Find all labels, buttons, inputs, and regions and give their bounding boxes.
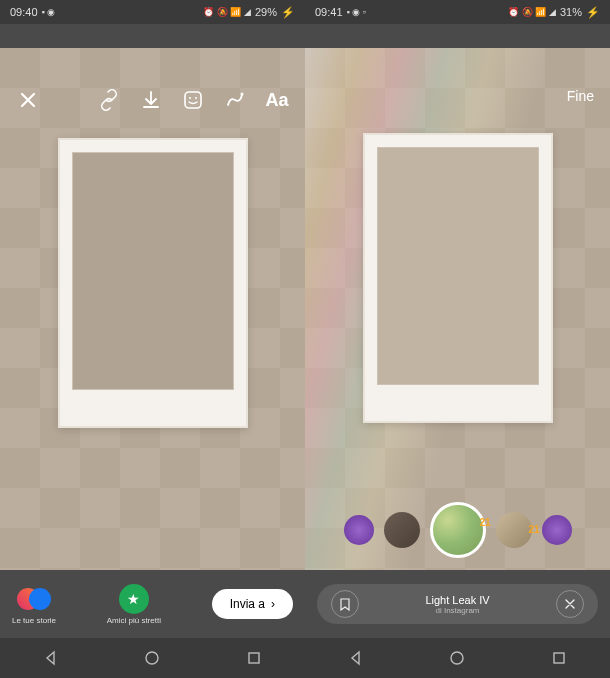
svg-rect-0 bbox=[185, 92, 201, 108]
status-time: 09:41 bbox=[315, 6, 343, 18]
nav-recent-icon[interactable] bbox=[549, 648, 569, 668]
close-filter-icon[interactable] bbox=[556, 590, 584, 618]
filter-browse-right[interactable] bbox=[542, 515, 572, 545]
svg-rect-5 bbox=[249, 653, 259, 663]
status-indicators: ⏰ 🔕 📶 ◢ bbox=[508, 7, 556, 17]
filter-thumbnail[interactable] bbox=[384, 512, 420, 548]
filter-carousel[interactable]: 21 21 bbox=[305, 502, 610, 558]
status-battery: 31% bbox=[560, 6, 582, 18]
status-app-icons: ▪ ◉ ▫ bbox=[347, 7, 366, 17]
chevron-right-icon: › bbox=[271, 597, 275, 611]
filter-thumbnail[interactable]: 21 bbox=[496, 512, 532, 548]
your-stories-label: Le tue storie bbox=[12, 616, 56, 625]
draw-icon[interactable] bbox=[223, 88, 247, 112]
charging-icon: ⚡ bbox=[281, 6, 295, 19]
polaroid-frame[interactable] bbox=[363, 133, 553, 423]
filter-info-pill: Light Leak IV di Instagram bbox=[317, 584, 598, 624]
close-icon[interactable] bbox=[16, 88, 40, 112]
download-icon[interactable] bbox=[139, 88, 163, 112]
nav-home-icon[interactable] bbox=[447, 648, 467, 668]
status-bar: 09:41 ▪ ◉ ▫ ⏰ 🔕 📶 ◢ 31% ⚡ bbox=[305, 0, 610, 24]
right-screenshot: 09:41 ▪ ◉ ▫ ⏰ 🔕 📶 ◢ 31% ⚡ Fine 21 21 bbox=[305, 0, 610, 678]
status-indicators: ⏰ 🔕 📶 ◢ bbox=[203, 7, 251, 17]
dual-story-icon bbox=[19, 584, 49, 614]
link-icon[interactable] bbox=[97, 88, 121, 112]
status-time: 09:40 bbox=[10, 6, 38, 18]
svg-rect-7 bbox=[554, 653, 564, 663]
android-nav-bar bbox=[305, 638, 610, 678]
filter-badge: 21 bbox=[528, 524, 539, 535]
sticker-icon[interactable] bbox=[181, 88, 205, 112]
polaroid-frame[interactable] bbox=[58, 138, 248, 428]
filter-selected[interactable]: 21 bbox=[430, 502, 486, 558]
story-canvas[interactable]: Aa bbox=[0, 48, 305, 570]
done-button[interactable]: Fine bbox=[567, 88, 594, 104]
text-tool[interactable]: Aa bbox=[265, 88, 289, 112]
filter-badge: 21 bbox=[479, 517, 490, 528]
filter-info-bar: Light Leak IV di Instagram bbox=[305, 570, 610, 638]
svg-point-6 bbox=[451, 652, 463, 664]
polaroid-inner bbox=[72, 152, 234, 390]
android-nav-bar bbox=[0, 638, 305, 678]
svg-point-1 bbox=[189, 97, 191, 99]
charging-icon: ⚡ bbox=[586, 6, 600, 19]
filter-name: Light Leak IV bbox=[425, 594, 489, 606]
filter-preview-canvas[interactable]: Fine 21 21 bbox=[305, 48, 610, 570]
bookmark-icon[interactable] bbox=[331, 590, 359, 618]
nav-recent-icon[interactable] bbox=[244, 648, 264, 668]
share-bar: Le tue storie ★ Amici più stretti Invia … bbox=[0, 570, 305, 638]
nav-back-icon[interactable] bbox=[41, 648, 61, 668]
send-to-button[interactable]: Invia a › bbox=[212, 589, 293, 619]
svg-point-3 bbox=[241, 93, 244, 96]
status-bar: 09:40 ▪ ◉ ⏰ 🔕 📶 ◢ 29% ⚡ bbox=[0, 0, 305, 24]
status-app-icons: ▪ ◉ bbox=[42, 7, 56, 17]
svg-point-2 bbox=[195, 97, 197, 99]
filter-toolbar: Fine bbox=[305, 78, 610, 114]
left-screenshot: 09:40 ▪ ◉ ⏰ 🔕 📶 ◢ 29% ⚡ bbox=[0, 0, 305, 678]
your-stories-button[interactable]: Le tue storie bbox=[12, 584, 56, 625]
filter-browse-left[interactable] bbox=[344, 515, 374, 545]
status-battery: 29% bbox=[255, 6, 277, 18]
send-to-label: Invia a bbox=[230, 597, 265, 611]
svg-point-4 bbox=[146, 652, 158, 664]
close-friends-label: Amici più stretti bbox=[107, 616, 161, 625]
filter-author: di Instagram bbox=[435, 606, 479, 615]
nav-back-icon[interactable] bbox=[346, 648, 366, 668]
polaroid-inner bbox=[377, 147, 539, 385]
nav-home-icon[interactable] bbox=[142, 648, 162, 668]
close-friends-button[interactable]: ★ Amici più stretti bbox=[107, 584, 161, 625]
story-toolbar: Aa bbox=[0, 78, 305, 122]
star-icon: ★ bbox=[119, 584, 149, 614]
